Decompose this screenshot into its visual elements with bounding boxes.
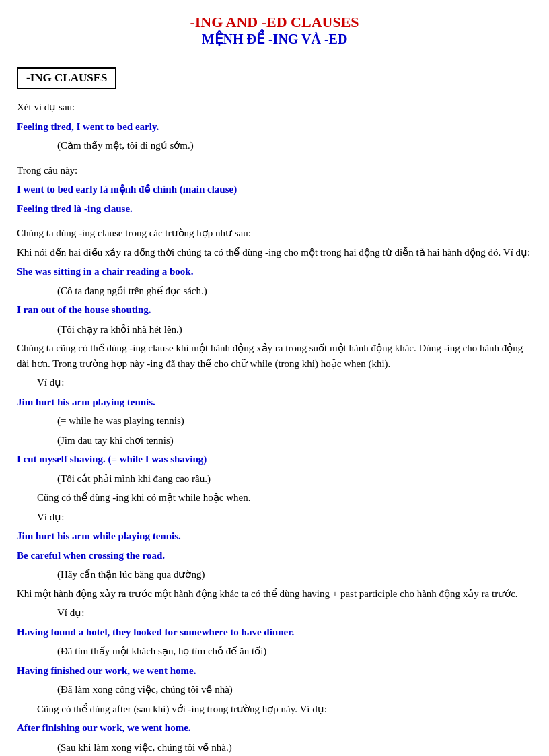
content-line: Feeling tired là -ing clause. (17, 201, 532, 217)
content-line: (Cảm thấy mệt, tôi đi ngủ sớm.) (57, 138, 532, 153)
content-line: (Sau khi làm xong việc, chúng tôi về nhà… (57, 740, 532, 755)
content-line: Khi nói đến hai điều xảy ra đồng thời ch… (17, 245, 532, 261)
content-line: Be careful when crossing the road. (17, 548, 532, 563)
content-line: Cũng có thể dùng -ing khi có mặt while h… (37, 490, 532, 506)
content-line: Ví dụ: (57, 605, 532, 621)
content-line: (Tôi cắt phải mình khi đang cao râu.) (57, 471, 532, 487)
content-line: Khi một hành động xảy ra trước một hành … (17, 586, 532, 602)
content-line: Having finished our work, we went home. (17, 663, 532, 679)
content-line: Cũng có thể dùng after (sau khi) với -in… (37, 701, 532, 717)
content-line: (Đã tìm thấy một khách sạn, họ tìm chỗ đ… (57, 644, 532, 659)
content-area: Xét ví dụ sau:Feeling tired, I went to b… (17, 100, 532, 756)
main-title-line2: MỆNH ĐỀ -ING VÀ -ED (17, 31, 532, 47)
spacer (17, 158, 532, 163)
content-line: After finishing our work, we went home. (17, 720, 532, 736)
content-line: (Đã làm xong công việc, chúng tôi về nhà… (57, 682, 532, 697)
content-line: (Hãy cẩn thận lúc băng qua đường) (57, 567, 532, 582)
page-title: -ING AND -ED CLAUSES MỆNH ĐỀ -ING VÀ -ED (17, 13, 532, 47)
content-line: (Tôi chạy ra khỏi nhà hét lên.) (57, 322, 532, 337)
content-line: Ví dụ: (37, 375, 532, 390)
content-line: I cut myself shaving. (= while I was sha… (17, 452, 532, 467)
content-line: (Cô ta đang ngồi trên ghế đọc sách.) (57, 283, 532, 299)
content-line: Jim hurt his arm playing tennis. (17, 394, 532, 410)
content-line: (= while he was playing tennis) (57, 413, 532, 429)
content-line: Trong câu này: (17, 163, 532, 178)
content-line: I ran out of the house shouting. (17, 302, 532, 318)
content-line: Ví dụ: (37, 510, 532, 525)
section-header-text: -ING CLAUSES (26, 71, 107, 84)
content-line: I went to bed early là mệnh đề chính (ma… (17, 182, 532, 197)
content-line: Jim hurt his arm while playing tennis. (17, 528, 532, 544)
content-line: She was sitting in a chair reading a boo… (17, 264, 532, 279)
spacer (17, 220, 532, 226)
content-line: Chúng ta cũng có thể dùng -ing clause kh… (17, 341, 532, 371)
content-line: (Jim đau tay khi chơi tennis) (57, 433, 532, 448)
content-line: Feeling tired, I went to bed early. (17, 119, 532, 135)
content-line: Xét ví dụ sau: (17, 100, 532, 115)
content-line: Chúng ta dùng -ing clause trong các trườ… (17, 226, 532, 241)
main-title-line1: -ING AND -ED CLAUSES (17, 13, 532, 31)
section-header-box: -ING CLAUSES (17, 61, 532, 100)
content-line: Having found a hotel, they looked for so… (17, 625, 532, 640)
